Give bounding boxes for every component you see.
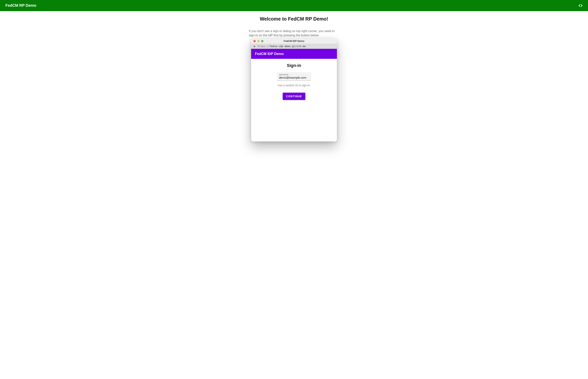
minimize-window-button[interactable] xyxy=(257,40,260,42)
signin-heading: Sign-in xyxy=(255,63,333,68)
intro-text: If you don't see a sign-in dialog on top… xyxy=(249,29,339,37)
maximize-window-button[interactable] xyxy=(261,40,263,42)
window-controls xyxy=(251,40,263,42)
outer-app-title: FedCM RP Demo xyxy=(5,3,36,8)
welcome-heading: Welcome to FedCM RP Demo! xyxy=(209,16,379,22)
username-input[interactable] xyxy=(279,76,309,79)
idp-app-title: FedCM IDP Demo xyxy=(255,52,284,56)
idp-popup-window: FedCM IDP Demo https://fedcm-idp-demo.gl… xyxy=(251,38,337,142)
popup-window-title: FedCM IDP Demo xyxy=(251,40,337,43)
idp-app-header: FedCM IDP Demo xyxy=(251,49,337,59)
signin-hint: Use a random ID to sign-in. xyxy=(255,84,333,87)
page-content: Welcome to FedCM RP Demo! If you don't s… xyxy=(206,11,382,142)
popup-url-bar: https://fedcm-idp-demo.glitch.me xyxy=(251,44,337,49)
popup-url: https://fedcm-idp-demo.glitch.me xyxy=(258,45,306,48)
close-window-button[interactable] xyxy=(253,40,256,42)
continue-button[interactable]: CONTINUE xyxy=(283,93,306,100)
code-icon[interactable] xyxy=(578,3,583,8)
url-host: fedcm-idp-demo.glitch.me xyxy=(270,45,306,48)
username-field-wrapper[interactable]: username xyxy=(277,72,311,81)
popup-titlebar: FedCM IDP Demo xyxy=(251,38,337,44)
lock-icon xyxy=(253,45,256,47)
outer-app-header: FedCM RP Demo xyxy=(0,0,588,11)
username-label: username xyxy=(279,73,309,76)
url-prefix: https:// xyxy=(258,45,270,48)
idp-body: Sign-in username Use a random ID to sign… xyxy=(251,59,337,142)
